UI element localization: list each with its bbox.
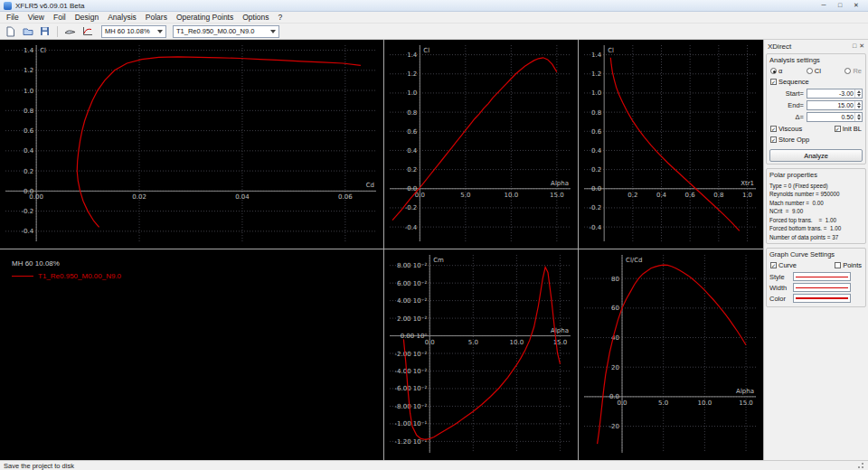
svg-text:-4.00 10⁻²: -4.00 10⁻² bbox=[394, 368, 427, 375]
spinner-arrows[interactable] bbox=[854, 113, 862, 121]
minimize-button[interactable]: ─ bbox=[816, 0, 832, 11]
spin-down-icon bbox=[857, 94, 861, 97]
direct-analysis-button[interactable] bbox=[62, 24, 78, 38]
svg-text:0.4: 0.4 bbox=[656, 192, 667, 199]
svg-text:0.8: 0.8 bbox=[24, 108, 33, 115]
chart-cl-vs-cd[interactable]: 0.000.020.040.06-0.4-0.20.00.20.40.60.81… bbox=[0, 40, 383, 249]
dock-close-button[interactable]: ✕ bbox=[859, 42, 864, 51]
svg-text:10.0: 10.0 bbox=[510, 339, 524, 346]
color-selector[interactable] bbox=[793, 294, 851, 303]
checkbox-icon: ✓ bbox=[835, 126, 841, 132]
menu-operating-points[interactable]: Operating Points bbox=[172, 13, 238, 22]
polar-view-button[interactable] bbox=[80, 24, 95, 38]
airfoil-icon bbox=[64, 27, 76, 36]
analysis-mode-radios: α Cl Re bbox=[769, 67, 863, 75]
menu-design[interactable]: Design bbox=[71, 13, 103, 22]
start-input[interactable]: -3.00 bbox=[807, 89, 863, 99]
save-button[interactable] bbox=[37, 24, 52, 38]
svg-text:0.6: 0.6 bbox=[24, 127, 34, 135]
app-icon bbox=[4, 2, 12, 10]
folder-icon bbox=[23, 26, 33, 36]
store-opp-checkbox[interactable]: ✓ Store Opp bbox=[770, 136, 809, 144]
end-input[interactable]: 15.00 bbox=[807, 100, 863, 110]
spinner-arrows[interactable] bbox=[854, 101, 862, 109]
cl-radio[interactable]: Cl bbox=[807, 67, 821, 75]
dock-float-button[interactable]: □ bbox=[853, 42, 856, 51]
analysis-settings-group: Analysis settings α Cl Re bbox=[766, 53, 866, 164]
svg-text:Cl/Cd: Cl/Cd bbox=[626, 257, 643, 264]
svg-text:0.4: 0.4 bbox=[407, 147, 418, 155]
alpha-radio[interactable]: α bbox=[770, 67, 782, 75]
main-area: 0.000.020.040.06-0.4-0.20.00.20.40.60.81… bbox=[0, 40, 868, 460]
svg-text:4.00 10⁻²: 4.00 10⁻² bbox=[397, 297, 427, 305]
analyze-button[interactable]: Analyze bbox=[769, 149, 863, 162]
svg-text:0.4: 0.4 bbox=[591, 147, 602, 155]
viscous-row: ✓ Viscous ✓ Init BL bbox=[770, 125, 862, 133]
legend-foil-name: MH 60 10.08% bbox=[12, 259, 383, 268]
new-project-button[interactable] bbox=[3, 24, 18, 38]
legend-curve-sample bbox=[12, 276, 33, 277]
width-label: Width bbox=[769, 284, 793, 292]
delta-label: Δ= bbox=[769, 113, 807, 121]
svg-text:1.4: 1.4 bbox=[407, 52, 418, 59]
checkbox-icon: ✓ bbox=[770, 136, 777, 143]
menu-view[interactable]: View bbox=[24, 13, 49, 22]
init-bl-checkbox[interactable]: ✓ Init BL bbox=[835, 125, 862, 133]
polar-prop-top-trans: Forced top trans. = 1.00 bbox=[769, 216, 863, 224]
svg-text:1.0: 1.0 bbox=[742, 192, 752, 199]
svg-text:5.0: 5.0 bbox=[460, 192, 470, 199]
window-title: XFLR5 v6.09.01 Beta bbox=[15, 2, 85, 10]
chart-cm-vs-alpha[interactable]: 0.05.010.015.08.00 10⁻²6.00 10⁻²4.00 10⁻… bbox=[384, 249, 578, 460]
svg-text:0.4: 0.4 bbox=[24, 147, 34, 155]
menubar: File View Foil Design Analysis Polars Op… bbox=[0, 12, 868, 24]
svg-text:15.0: 15.0 bbox=[739, 400, 753, 407]
close-button[interactable]: ✕ bbox=[848, 0, 864, 11]
spin-up-icon bbox=[857, 114, 861, 117]
svg-text:-0.4: -0.4 bbox=[405, 224, 418, 231]
spinner-arrows[interactable] bbox=[854, 89, 862, 98]
open-file-button[interactable] bbox=[20, 24, 35, 38]
polar-selector[interactable]: T1_Re0.950_M0.00_N9.0 bbox=[173, 25, 279, 38]
chart-cl-vs-alpha[interactable]: 0.05.010.015.0-0.4-0.20.00.20.40.60.81.0… bbox=[384, 40, 578, 249]
width-selector[interactable] bbox=[793, 283, 851, 292]
spin-up-icon bbox=[857, 90, 861, 93]
svg-text:-6.00 10⁻²: -6.00 10⁻² bbox=[394, 385, 427, 392]
sequence-checkbox[interactable]: ✓ Sequence bbox=[770, 78, 809, 86]
maximize-button[interactable]: □ bbox=[832, 0, 848, 11]
foil-selector-value: MH 60 10.08% bbox=[105, 27, 150, 35]
polar-prop-mach: Mach number = 0.00 bbox=[769, 199, 863, 207]
delta-input[interactable]: 0.50 bbox=[807, 112, 863, 122]
xdirect-dock: XDirect □ ✕ Analysis settings α Cl bbox=[763, 40, 868, 460]
svg-text:Cm: Cm bbox=[433, 257, 444, 264]
curve-checkbox[interactable]: ✓ Curve bbox=[770, 261, 797, 269]
svg-text:0.2: 0.2 bbox=[407, 166, 417, 174]
viscous-checkbox[interactable]: ✓ Viscous bbox=[770, 125, 802, 133]
resize-grip-icon[interactable] bbox=[856, 462, 864, 469]
svg-text:0.2: 0.2 bbox=[591, 166, 601, 174]
menu-help[interactable]: ? bbox=[274, 13, 288, 22]
svg-text:0.02: 0.02 bbox=[132, 193, 146, 201]
points-checkbox[interactable]: Points bbox=[835, 261, 862, 269]
style-row: Style bbox=[769, 272, 863, 281]
foil-selector[interactable]: MH 60 10.08% bbox=[101, 25, 166, 38]
svg-text:-0.2: -0.2 bbox=[405, 204, 418, 212]
svg-text:5.0: 5.0 bbox=[468, 339, 478, 346]
style-selector[interactable] bbox=[793, 272, 851, 281]
menu-polars[interactable]: Polars bbox=[141, 13, 172, 22]
end-row: End= 15.00 bbox=[769, 100, 863, 110]
re-radio[interactable]: Re bbox=[844, 67, 862, 75]
curve-points-row: ✓ Curve Points bbox=[770, 261, 862, 269]
chart-cl-vs-xtr1[interactable]: 0.20.40.60.81.0-0.4-0.20.00.20.40.60.81.… bbox=[579, 40, 763, 249]
menu-options[interactable]: Options bbox=[238, 13, 273, 22]
svg-text:0.8: 0.8 bbox=[713, 192, 723, 199]
menu-analysis[interactable]: Analysis bbox=[103, 13, 141, 22]
menu-file[interactable]: File bbox=[2, 13, 24, 22]
checkbox-icon bbox=[835, 262, 841, 268]
menu-foil[interactable]: Foil bbox=[49, 13, 71, 22]
svg-text:Cl: Cl bbox=[423, 47, 429, 54]
svg-text:5.0: 5.0 bbox=[658, 400, 668, 407]
svg-text:2.00 10⁻²: 2.00 10⁻² bbox=[397, 315, 427, 323]
svg-text:0.0: 0.0 bbox=[591, 185, 601, 193]
statusbar: Save the project to disk bbox=[0, 460, 868, 470]
chart-clcd-vs-alpha[interactable]: 0.05.010.015.0-200.020406080Cl/CdAlpha bbox=[579, 249, 763, 460]
